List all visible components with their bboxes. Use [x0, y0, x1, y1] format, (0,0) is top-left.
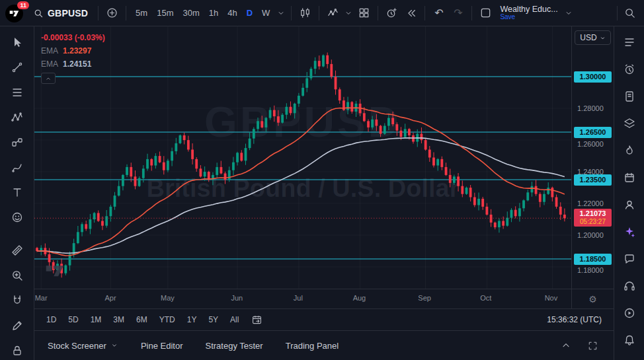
clock-utc[interactable]: 15:36:32 (UTC) [547, 315, 607, 324]
bar-replay-button[interactable] [402, 4, 420, 22]
text-tool[interactable] [6, 184, 28, 202]
panel-controls [558, 338, 600, 353]
emoji-tool[interactable] [6, 208, 28, 227]
month-label: Jul [288, 294, 308, 302]
save-status[interactable]: Save [500, 13, 515, 21]
layout-grid-button[interactable] [355, 4, 373, 22]
chart-settings-gear-icon[interactable]: ⚙ [588, 294, 597, 305]
divider [291, 6, 292, 20]
legend-collapse-button[interactable] [41, 73, 56, 84]
center-column: GBPUSD British Pound / U.S. Dollar -0.00… [34, 26, 614, 360]
journal-button[interactable] [619, 87, 640, 106]
ideas-button[interactable] [619, 196, 640, 214]
create-alert-button[interactable] [383, 4, 401, 22]
object-tree-button[interactable] [619, 114, 640, 133]
price-tick-label: 1.28000 [577, 104, 604, 113]
xabcd-pattern-tool[interactable] [6, 108, 28, 127]
search-icon [33, 8, 44, 18]
brush-tool[interactable] [6, 159, 28, 177]
candlestick-chart[interactable] [34, 26, 571, 289]
redo-button[interactable]: ↷ [449, 4, 467, 22]
zoom-icon [11, 269, 24, 282]
alerts-button[interactable] [619, 60, 640, 79]
zoom-tool[interactable] [6, 266, 28, 285]
go-to-date-button[interactable] [248, 312, 265, 328]
bar-countdown: 05:23:27 [574, 218, 612, 226]
panel-maximize-button[interactable] [584, 338, 600, 353]
current-price-badge: 1.2107305:23:27 [574, 209, 612, 227]
header-right-group [614, 4, 639, 22]
month-label: Oct [476, 294, 496, 302]
interval-W[interactable]: W [257, 5, 274, 20]
panel-tab-stock-screener[interactable]: Stock Screener [48, 341, 118, 351]
streams-button[interactable] [619, 304, 640, 322]
range-1m[interactable]: 1M [85, 312, 107, 327]
range-1d[interactable]: 1D [41, 312, 61, 327]
watchlist-icon [623, 36, 636, 49]
month-label: Sep [415, 294, 434, 302]
range-all[interactable]: All [225, 312, 244, 327]
indicators-dropdown-chevron-icon[interactable] [343, 4, 354, 22]
interval-dropdown-chevron-icon[interactable] [276, 4, 286, 22]
ema-legend-row[interactable]: EMA 1.23297 [41, 46, 105, 55]
interval-D[interactable]: D [242, 5, 257, 20]
interval-5m[interactable]: 5m [131, 5, 152, 20]
pencil-icon [11, 319, 24, 332]
top-toolbar: 11 GBPUSD 5m15m30m1h4hDW ↶ ↷ Wealthy Edu… [0, 0, 644, 26]
panel-expand-button[interactable] [558, 338, 574, 353]
range-ytd[interactable]: YTD [154, 312, 181, 327]
price-axis[interactable]: USD 1.280001.260001.240001.220001.200001… [571, 26, 614, 289]
range-1y[interactable]: 1Y [182, 312, 202, 327]
magnet-tool[interactable] [6, 291, 28, 310]
panel-tab-strategy-tester[interactable]: Strategy Tester [205, 341, 262, 351]
time-axis[interactable]: MarAprMayJunJulAugSepOctNov ⚙ [34, 289, 614, 308]
range-5d[interactable]: 5D [63, 312, 83, 327]
forecast-tool[interactable] [6, 133, 28, 152]
layout-select-button[interactable] [477, 4, 495, 22]
layout-name-menu[interactable]: Wealthy Educ... Save [496, 4, 561, 22]
notifications-button[interactable] [619, 331, 640, 349]
fib-retracement-tool[interactable] [6, 83, 28, 102]
brush-icon [11, 161, 24, 174]
play-icon [623, 306, 636, 320]
interval-4h[interactable]: 4h [223, 5, 241, 20]
watchlist-button[interactable] [619, 33, 640, 52]
drawing-toolbar [0, 26, 34, 360]
compare-add-button[interactable] [103, 4, 121, 22]
layout-dropdown-chevron-icon[interactable] [563, 4, 574, 22]
ai-assistant-button[interactable] [619, 223, 640, 241]
calendar-icon [623, 171, 636, 184]
draw-tool[interactable] [6, 316, 28, 335]
cursor-tool[interactable] [6, 33, 28, 52]
headset-icon [623, 279, 636, 293]
currency-selector[interactable]: USD [575, 30, 611, 45]
interval-30m[interactable]: 30m [178, 5, 204, 20]
panel-tab-trading-panel[interactable]: Trading Panel [286, 341, 339, 351]
interval-15m[interactable]: 15m [152, 5, 178, 20]
calendar-button[interactable] [619, 168, 640, 187]
chart-plot[interactable]: GBPUSD British Pound / U.S. Dollar -0.00… [34, 26, 571, 289]
range-3m[interactable]: 3M [108, 312, 130, 327]
help-button[interactable] [619, 277, 640, 295]
indicators-button[interactable] [324, 4, 342, 22]
trend-line-tool[interactable] [6, 58, 28, 77]
lock-tool[interactable] [6, 342, 28, 360]
panel-tab-pine-editor[interactable]: Pine Editor [141, 341, 183, 351]
quick-search-button[interactable] [621, 4, 639, 22]
chart-style-button[interactable] [296, 4, 314, 22]
ema-legend-row[interactable]: EMA 1.24151 [41, 59, 105, 69]
chat-button[interactable] [619, 250, 640, 268]
range-6m[interactable]: 6M [131, 312, 153, 327]
tradingview-app: 11 GBPUSD 5m15m30m1h4hDW ↶ ↷ Wealthy Edu… [0, 0, 644, 360]
time-labels: MarAprMayJunJulAugSepOctNov [34, 289, 571, 308]
divider [424, 6, 425, 20]
magnet-icon [11, 294, 24, 307]
range-5y[interactable]: 5Y [203, 312, 223, 327]
tradingview-logo[interactable]: 11 [5, 3, 26, 23]
chat-icon [623, 252, 636, 266]
symbol-search-button[interactable]: GBPUSD [28, 5, 93, 21]
measure-tool[interactable] [6, 241, 28, 260]
hotlists-button[interactable] [619, 141, 640, 160]
interval-1h[interactable]: 1h [204, 5, 223, 20]
undo-button[interactable]: ↶ [430, 4, 448, 22]
